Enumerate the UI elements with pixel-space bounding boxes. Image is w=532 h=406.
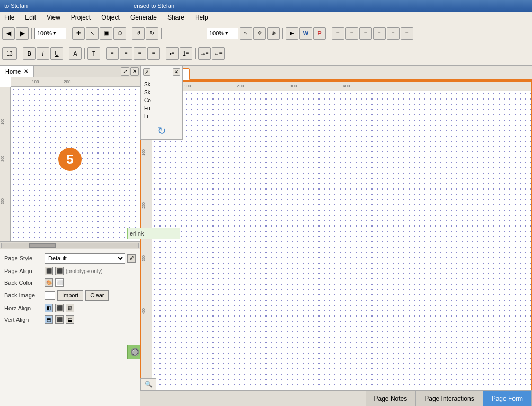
left-tab-bar: Home ✕ ↗ ✕ xyxy=(0,66,140,77)
zoom-dropdown-left[interactable]: ▾ xyxy=(53,30,56,37)
page-style-select[interactable]: Default xyxy=(45,253,125,264)
tb-align3[interactable]: ≡ xyxy=(359,27,372,40)
tb-align-j[interactable]: ≡ xyxy=(147,47,160,60)
menu-project[interactable]: Project xyxy=(69,13,93,22)
vert-align-middle[interactable]: ⬛ xyxy=(55,315,64,324)
bottom-tab-notes[interactable]: Page Notes xyxy=(366,391,416,406)
tb-text-color[interactable]: A xyxy=(69,47,82,60)
side-item-fo[interactable]: Fo xyxy=(143,104,180,112)
hscroll-track[interactable] xyxy=(1,243,139,248)
tb-num[interactable]: 1≡ xyxy=(180,47,192,60)
hscroll-thumb[interactable] xyxy=(29,243,56,248)
side-item-co[interactable]: Co xyxy=(143,96,180,104)
tb-refresh[interactable]: ↺ xyxy=(132,27,145,40)
tb-zoom-in[interactable]: ⊕ xyxy=(267,27,280,40)
tb-align-r[interactable]: ≡ xyxy=(134,47,146,60)
side-panel-expand[interactable]: ↗ xyxy=(143,68,150,76)
tb-bold[interactable]: B xyxy=(23,47,36,60)
tb-align4[interactable]: ≡ xyxy=(373,27,386,40)
import-btn[interactable]: Import xyxy=(57,290,83,301)
tb-align-l[interactable]: ≡ xyxy=(106,47,119,60)
tb-align6[interactable]: ≡ xyxy=(401,27,413,40)
main-dot-grid xyxy=(152,91,531,395)
side-panel-close[interactable]: ✕ xyxy=(173,68,180,76)
page-align-center[interactable]: ⬛ xyxy=(55,267,64,275)
zoom-left[interactable]: 100% ▾ xyxy=(34,28,66,39)
menu-help[interactable]: Help xyxy=(193,13,210,22)
sep2 xyxy=(69,28,69,39)
tb-italic[interactable]: I xyxy=(37,47,49,60)
zoom-right[interactable]: 100% ▾ xyxy=(207,28,238,39)
main-ruler-200: 200 xyxy=(237,84,244,88)
side-item-sk2[interactable]: Sk xyxy=(143,88,180,96)
float-button: 🔘 tton xyxy=(127,345,140,359)
tb-text2[interactable]: T xyxy=(87,47,100,60)
left-panel-close[interactable]: ✕ xyxy=(130,67,139,76)
tb-indent1[interactable]: →≡ xyxy=(198,47,211,60)
page-style-label: Page Style xyxy=(4,255,42,261)
horz-align-center[interactable]: ⬛ xyxy=(55,304,64,312)
float-hyperlink: erlink xyxy=(130,230,178,237)
left-tab-home[interactable]: Home ✕ xyxy=(0,66,34,77)
menu-object[interactable]: Object xyxy=(99,13,122,22)
left-panel-expand[interactable]: ↗ xyxy=(121,67,129,76)
tb-preview[interactable]: ▶ xyxy=(286,27,298,40)
badge-5: 5 xyxy=(58,148,82,171)
tb-tool3[interactable]: ▣ xyxy=(100,27,112,40)
tb-indent2[interactable]: ←≡ xyxy=(212,47,225,60)
menu-view[interactable]: View xyxy=(45,13,63,22)
side-panel-header: ↗ ✕ xyxy=(141,66,182,78)
bottom-tab-interactions[interactable]: Page Interactions xyxy=(416,391,483,406)
tb-underline[interactable]: U xyxy=(50,47,63,60)
menu-edit[interactable]: Edit xyxy=(23,13,38,22)
back-color-picker[interactable]: 🎨 xyxy=(45,278,53,287)
back-color-swatch[interactable]: ⬜ xyxy=(55,278,64,287)
menu-share[interactable]: Share xyxy=(165,13,187,22)
tb-move[interactable]: ✥ xyxy=(253,27,266,40)
horz-align-left[interactable]: ◧ xyxy=(45,304,53,312)
toolbar-row1: ◀ ▶ 100% ▾ ✚ ↖ ▣ ⬡ ↺ ↻ 100% ▾ ↖ ✥ ⊕ ▶ W … xyxy=(0,23,532,43)
tb-tool4[interactable]: ⬡ xyxy=(113,27,126,40)
tb-pointer[interactable]: ↖ xyxy=(240,27,252,40)
main-ruler-v-100: 100 xyxy=(141,149,145,156)
tb-align2[interactable]: ≡ xyxy=(345,27,358,40)
tb-select[interactable]: ✚ xyxy=(72,27,85,40)
tb-refresh2[interactable]: ↻ xyxy=(146,27,158,40)
zoom-value-right: 100% xyxy=(209,30,224,37)
page-style-row: Page Style Default 🖊 xyxy=(4,253,136,264)
tb-align5[interactable]: ≡ xyxy=(387,27,400,40)
main-canvas-wrapper: 100 200 300 400 0 100 200 300 400 ◀ ▶ xyxy=(140,80,532,406)
left-hscroll[interactable] xyxy=(0,241,140,249)
left-canvas: 100 200 100 200 300 5 xyxy=(0,77,140,241)
left-tab-close[interactable]: ✕ xyxy=(24,68,28,74)
vert-align-bottom[interactable]: ⬓ xyxy=(66,315,74,324)
tb-bullet[interactable]: •≡ xyxy=(166,47,179,60)
side-item-sk1[interactable]: Sk xyxy=(143,80,180,88)
tb-align-c[interactable]: ≡ xyxy=(120,47,132,60)
tb-align1[interactable]: ≡ xyxy=(332,27,344,40)
bottom-tab-notes-label: Page Notes xyxy=(374,395,407,402)
menu-generate[interactable]: Generate xyxy=(128,13,159,22)
tb-word[interactable]: W xyxy=(299,27,312,40)
zoom-dropdown-right[interactable]: ▾ xyxy=(225,30,228,37)
menu-file[interactable]: File xyxy=(2,13,16,22)
ruler-mark-v-300: 300 xyxy=(1,198,4,204)
tb-pdf[interactable]: P xyxy=(313,27,326,40)
search-icon[interactable]: 🔍 xyxy=(140,378,156,390)
horz-align-row: Horz Align ◧ ⬛ ▧ xyxy=(4,304,136,312)
clear-btn[interactable]: Clear xyxy=(85,290,109,301)
tb-back[interactable]: ◀ xyxy=(2,27,15,40)
back-color-row: Back Color 🎨 ⬜ xyxy=(4,278,136,287)
sep11 xyxy=(163,48,163,59)
tb-cursor[interactable]: ↖ xyxy=(86,27,99,40)
page-align-left[interactable]: ⬛ xyxy=(45,267,53,275)
vert-align-top[interactable]: ⬒ xyxy=(45,315,53,324)
bottom-tab-form[interactable]: Page Form xyxy=(483,391,532,406)
page-style-icon[interactable]: 🖊 xyxy=(127,254,136,263)
side-item-li[interactable]: Li xyxy=(143,112,180,120)
sep7 xyxy=(20,48,20,59)
tb-font-size[interactable]: 13 xyxy=(2,47,17,60)
title-left: to Stefan xyxy=(4,3,28,9)
horz-align-right[interactable]: ▧ xyxy=(66,304,74,312)
tb-forward[interactable]: ▶ xyxy=(16,27,29,40)
